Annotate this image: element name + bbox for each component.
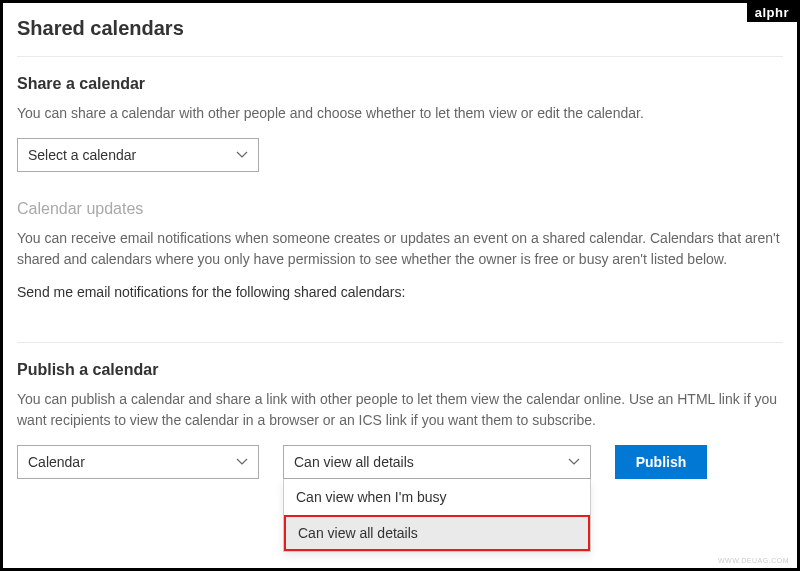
publish-button[interactable]: Publish (615, 445, 707, 479)
divider (17, 56, 783, 57)
updates-sublabel: Send me email notifications for the foll… (17, 284, 783, 300)
permission-option-busy[interactable]: Can view when I'm busy (284, 479, 590, 515)
permission-dropdown-menu: Can view when I'm busy Can view all deta… (283, 479, 591, 552)
select-calendar-label: Select a calendar (28, 147, 136, 163)
calendar-dropdown-label: Calendar (28, 454, 85, 470)
settings-content: Shared calendars Share a calendar You ca… (3, 3, 797, 493)
chevron-down-icon (568, 456, 580, 468)
calendar-dropdown[interactable]: Calendar (17, 445, 259, 479)
watermark-top: alphr (747, 3, 797, 22)
publish-desc: You can publish a calendar and share a l… (17, 389, 783, 431)
permission-dropdown-wrapper: Can view all details Can view when I'm b… (283, 445, 591, 479)
publish-row: Calendar Can view all details Can view w… (17, 445, 783, 479)
permission-option-all-details[interactable]: Can view all details (284, 515, 590, 551)
share-heading: Share a calendar (17, 75, 783, 93)
chevron-down-icon (236, 456, 248, 468)
permission-dropdown[interactable]: Can view all details (283, 445, 591, 479)
updates-desc: You can receive email notifications when… (17, 228, 783, 270)
page-title: Shared calendars (17, 17, 783, 40)
chevron-down-icon (236, 149, 248, 161)
updates-heading: Calendar updates (17, 200, 783, 218)
divider (17, 342, 783, 343)
watermark-bottom: WWW.DEUAG.COM (718, 557, 789, 564)
permission-selected-label: Can view all details (294, 454, 414, 470)
select-calendar-dropdown[interactable]: Select a calendar (17, 138, 259, 172)
publish-heading: Publish a calendar (17, 361, 783, 379)
share-desc: You can share a calendar with other peop… (17, 103, 783, 124)
